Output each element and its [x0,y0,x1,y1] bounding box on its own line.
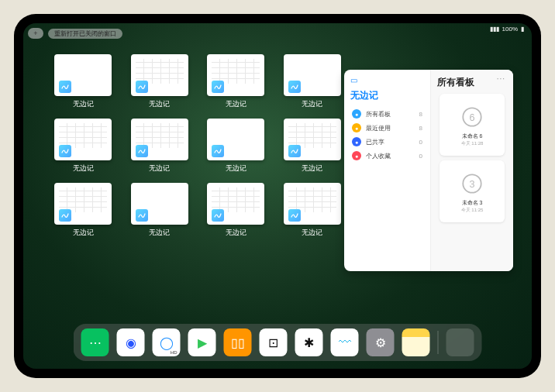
window-thumbnail [284,119,341,160]
dock-app-freeform[interactable]: 〰 [331,328,359,356]
board-timestamp: 今天 11:25 [461,207,484,214]
window-thumbnail [131,183,188,225]
window-thumbnail [54,54,112,96]
freeform-app-icon [288,209,301,222]
freeform-app-icon [136,145,148,157]
dock-app-browser-2[interactable]: ◯HD [153,328,181,356]
reopen-closed-window-pill[interactable]: 重新打开已关闭的窗口 [48,29,122,39]
board-timestamp: 今天 11:28 [461,140,484,147]
sidebar-item-icon: ● [352,123,361,132]
freeform-app-icon [59,145,71,157]
freeform-app-icon [59,81,71,93]
freeform-app-icon [136,81,148,93]
dock-app-app-library[interactable] [446,328,474,356]
more-icon[interactable]: ··· [497,74,505,83]
multitask-window-grid: 无边记无边记无边记无边记无边记无边记无边记无边记无边记无边记无边记无边记 [54,54,341,238]
sidebar-item[interactable]: ●个人收藏0 [350,149,424,163]
dock-app-books[interactable]: ▯▯ [224,328,252,356]
board-thumbnail: 6 [458,103,486,131]
dock: ⋯◉◯HD▶▯▯⊡✱〰⚙ [74,324,482,361]
sidebar-item[interactable]: ●最近使用8 [350,121,424,135]
window-label: 无边记 [302,163,322,174]
board-name: 未命名 6 [462,132,483,140]
dock-app-wechat[interactable]: ⋯ [81,328,109,356]
hd-badge: HD [169,350,179,355]
board-card[interactable]: 6未命名 6今天 11:28 [440,94,505,156]
sidebar-item[interactable]: ●已共享0 [350,135,424,149]
window-label: 无边记 [302,99,322,109]
sidebar-item-label: 所有看板 [366,110,391,119]
window-label: 无边记 [149,163,170,174]
freeform-app-icon [212,145,224,157]
window-label: 无边记 [149,228,170,238]
window-label: 无边记 [73,99,94,109]
sidebar-item[interactable]: ●所有看板8 [350,107,424,121]
sidebar-toggle-icon[interactable]: ▭ [350,76,357,84]
window-thumbnail [131,119,188,160]
sidebar-item-count: 8 [419,111,422,118]
app-window[interactable]: 无边记 [131,119,189,174]
window-label: 无边记 [73,228,94,238]
app-window[interactable]: 无边记 [207,54,265,109]
sidebar-item-count: 0 [419,153,422,160]
app-window[interactable]: 无边记 [54,54,112,109]
signal-icon: ▮▮▮ [490,26,499,33]
window-thumbnail [284,183,341,225]
window-label: 无边记 [226,228,246,238]
panel-sidebar: ▭ 无边记 ●所有看板8●最近使用8●已共享0●个人收藏0 [344,70,431,271]
dock-app-settings[interactable]: ⚙ [367,328,395,356]
sidebar-item-label: 已共享 [366,138,384,146]
window-label: 无边记 [226,99,246,109]
app-window[interactable]: 无边记 [207,183,265,238]
board-card[interactable]: 3未命名 3今天 11:25 [440,160,505,222]
window-thumbnail [207,183,264,225]
app-panel[interactable]: ··· ▭ 无边记 ●所有看板8●最近使用8●已共享0●个人收藏0 所有看板 6… [344,70,513,271]
window-thumbnail [54,183,112,225]
svg-text:6: 6 [469,112,474,123]
freeform-app-icon [288,81,301,93]
sidebar-item-icon: ● [352,137,361,146]
dock-app-graph[interactable]: ✱ [295,328,323,356]
freeform-app-icon [59,209,71,222]
board-name: 未命名 3 [462,199,483,207]
sidebar-item-count: 0 [419,139,422,146]
sidebar-item-icon: ● [352,151,361,160]
app-window[interactable]: 无边记 [54,183,112,238]
app-window[interactable]: 无边记 [131,183,189,238]
battery-icon: ▮ [521,26,524,33]
sidebar-item-label: 最近使用 [366,124,391,132]
app-window[interactable]: 无边记 [131,54,189,109]
dock-app-browser-1[interactable]: ◉ [117,328,145,356]
freeform-app-icon [288,145,301,157]
window-label: 无边记 [302,228,322,238]
app-window[interactable]: 无边记 [54,119,112,174]
app-window[interactable]: 无边记 [284,183,342,238]
app-window[interactable]: 无边记 [284,119,342,174]
window-thumbnail [131,54,188,96]
window-thumbnail [284,54,341,96]
dock-app-dice[interactable]: ⊡ [260,328,288,356]
freeform-app-icon [212,209,224,222]
window-thumbnail [207,54,264,96]
dock-app-notes[interactable] [402,328,430,356]
board-thumbnail: 3 [458,170,486,198]
ipad-frame: ▮▮▮ 100% ▮ + 重新打开已关闭的窗口 无边记无边记无边记无边记无边记无… [14,14,541,378]
battery-percent: 100% [502,26,518,33]
status-bar: ▮▮▮ 100% ▮ [490,26,524,33]
new-window-button[interactable]: + [28,28,43,39]
dock-app-media[interactable]: ▶ [188,328,216,356]
svg-text:3: 3 [469,179,474,190]
dock-separator [438,331,439,354]
freeform-app-icon [136,209,148,222]
app-window[interactable]: 无边记 [284,54,342,109]
app-window[interactable]: 无边记 [207,119,265,174]
screen: ▮▮▮ 100% ▮ + 重新打开已关闭的窗口 无边记无边记无边记无边记无边记无… [23,23,532,369]
window-thumbnail [207,119,264,160]
panel-left-title: 无边记 [350,89,424,102]
panel-content: 所有看板 6未命名 6今天 11:283未命名 3今天 11:25 [431,70,513,271]
freeform-app-icon [212,81,224,93]
window-label: 无边记 [226,163,246,174]
sidebar-item-label: 个人收藏 [366,152,391,160]
window-label: 无边记 [149,99,170,109]
sidebar-item-count: 8 [419,125,422,132]
